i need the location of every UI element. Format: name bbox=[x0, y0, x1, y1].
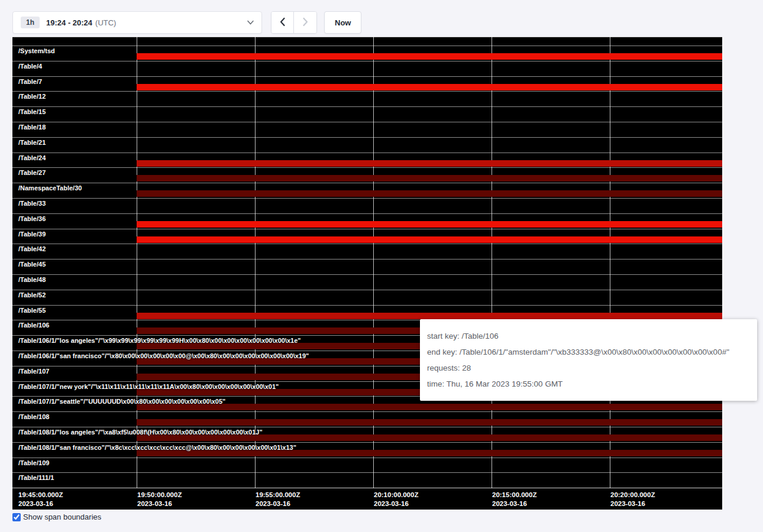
activity-band bbox=[137, 190, 722, 197]
activity-band bbox=[137, 419, 722, 426]
key-visualizer-page: 1h 19:24 - 20:24 (UTC) Now /S bbox=[0, 0, 763, 532]
span-key-label: /Table/15 bbox=[18, 108, 46, 115]
heatmap-row[interactable]: /Table/45 bbox=[12, 259, 722, 274]
toolbar: 1h 19:24 - 20:24 (UTC) Now bbox=[12, 11, 361, 34]
heatmap-row[interactable]: /Table/108/1/"san francisco"/"\x8c\xcc\x… bbox=[12, 442, 722, 458]
span-key-label: /NamespaceTable/30 bbox=[18, 184, 82, 192]
activity-band bbox=[137, 53, 722, 60]
heatmap-row[interactable]: /Table/7 bbox=[12, 76, 722, 92]
tick-date: 2023-03-16 bbox=[374, 499, 418, 508]
x-axis-tick: 19:45:00.000Z2023-03-16 bbox=[18, 491, 63, 508]
heatmap-row[interactable]: /Table/111/1 bbox=[12, 472, 722, 488]
chevron-down-icon bbox=[247, 20, 254, 25]
heatmap-row[interactable]: /System/tsd bbox=[12, 46, 722, 61]
activity-band bbox=[137, 221, 722, 228]
span-key-label: /Table/106/1/"los angeles"/"\x99\x99\x99… bbox=[18, 337, 301, 344]
tick-date: 2023-03-16 bbox=[610, 499, 655, 508]
span-key-label: /Table/52 bbox=[18, 291, 46, 299]
span-key-label: /Table/108 bbox=[18, 413, 49, 420]
tick-time: 20:20:00.000Z bbox=[610, 491, 655, 499]
heatmap-row[interactable]: /Table/18 bbox=[12, 122, 722, 137]
span-key-label: /Table/21 bbox=[18, 139, 46, 146]
span-key-label: /Table/108/1/"san francisco"/"\x8c\xcc\x… bbox=[18, 444, 296, 451]
span-key-label: /Table/45 bbox=[18, 261, 46, 268]
tooltip-end-key: end key: /Table/106/1/"amsterdam"/"\xb33… bbox=[427, 347, 750, 357]
span-key-label: /Table/7 bbox=[18, 78, 42, 85]
heatmap-row[interactable]: /Table/12 bbox=[12, 91, 722, 106]
heatmap-row[interactable]: /Table/108 bbox=[12, 411, 722, 427]
span-key-label: /Table/48 bbox=[18, 276, 46, 283]
heatmap-row[interactable]: /Table/24 bbox=[12, 153, 722, 168]
show-span-boundaries-control[interactable]: Show span boundaries bbox=[12, 512, 101, 521]
span-key-label: /Table/108/1/"los angeles"/"\xa8\xf5\u00… bbox=[18, 429, 263, 436]
heatmap-row[interactable]: /Table/21 bbox=[12, 137, 722, 153]
time-nav-group bbox=[271, 11, 317, 34]
heatmap-row[interactable]: /Table/33 bbox=[12, 198, 722, 213]
activity-band bbox=[137, 160, 722, 167]
show-span-boundaries-checkbox[interactable] bbox=[12, 513, 21, 521]
tooltip-time: time: Thu, 16 Mar 2023 19:55:00 GMT bbox=[427, 379, 750, 389]
span-key-label: /Table/27 bbox=[18, 169, 46, 176]
time-range-label: 19:24 - 20:24 bbox=[46, 18, 92, 27]
now-button[interactable]: Now bbox=[324, 11, 361, 34]
heatmap-row[interactable]: /Table/4 bbox=[12, 61, 722, 76]
duration-badge: 1h bbox=[21, 17, 40, 28]
next-time-button[interactable] bbox=[294, 12, 316, 33]
span-key-label: /Table/33 bbox=[18, 200, 46, 207]
heatmap-row[interactable]: /NamespaceTable/30 bbox=[12, 183, 722, 198]
span-key-label: /Table/39 bbox=[18, 231, 46, 238]
x-axis-tick: 20:10:00.000Z2023-03-16 bbox=[374, 491, 418, 508]
x-axis-tick: 20:15:00.000Z2023-03-16 bbox=[492, 491, 536, 508]
span-key-label: /Table/12 bbox=[18, 93, 46, 100]
span-key-label: /Table/107/1/"new york"/"\x11\x11\x11\x1… bbox=[18, 383, 279, 390]
tick-date: 2023-03-16 bbox=[492, 499, 536, 508]
heatmap-row[interactable]: /Table/55 bbox=[12, 305, 722, 320]
span-key-label: /Table/55 bbox=[18, 307, 46, 314]
activity-band bbox=[137, 175, 722, 181]
tick-time: 19:55:00.000Z bbox=[256, 491, 300, 499]
show-span-boundaries-label: Show span boundaries bbox=[23, 512, 101, 521]
span-key-label: /Table/24 bbox=[18, 154, 46, 161]
span-key-label: /Table/106 bbox=[18, 322, 49, 329]
heatmap-row[interactable]: /Table/52 bbox=[12, 290, 722, 305]
span-key-label: /Table/106/1/"san francisco"/"\x80\x00\x… bbox=[18, 352, 309, 359]
span-key-label: /Table/111/1 bbox=[18, 474, 54, 481]
tooltip-start-key: start key: /Table/106 bbox=[427, 331, 750, 341]
heatmap-row-spacer bbox=[12, 37, 722, 46]
chevron-right-icon bbox=[302, 17, 309, 28]
tick-date: 2023-03-16 bbox=[18, 499, 63, 508]
heatmap-row[interactable]: /Table/48 bbox=[12, 274, 722, 290]
tick-time: 19:50:00.000Z bbox=[137, 491, 182, 499]
span-key-label: /Table/107/1/"seattle"/"UUUUUUD\x00\x80\… bbox=[18, 398, 225, 405]
tick-time: 19:45:00.000Z bbox=[18, 491, 63, 499]
x-axis-tick: 19:50:00.000Z2023-03-16 bbox=[137, 491, 182, 508]
span-key-label: /Table/109 bbox=[18, 459, 49, 466]
heatmap-row[interactable]: /Table/42 bbox=[12, 244, 722, 259]
chevron-left-icon bbox=[279, 17, 286, 28]
timezone-label: (UTC) bbox=[95, 18, 116, 27]
heatmap-row[interactable]: /Table/108/1/"los angeles"/"\xa8\xf5\u00… bbox=[12, 427, 722, 442]
prev-time-button[interactable] bbox=[271, 12, 294, 33]
tooltip-requests: requests: 28 bbox=[427, 363, 750, 373]
span-key-label: /Table/18 bbox=[18, 124, 46, 131]
tick-date: 2023-03-16 bbox=[256, 499, 300, 508]
heatmap-row[interactable]: /Table/39 bbox=[12, 229, 722, 244]
span-key-label: /Table/107 bbox=[18, 368, 49, 375]
activity-band bbox=[137, 84, 722, 90]
span-key-label: /System/tsd bbox=[18, 47, 55, 54]
heatmap-row[interactable]: /Table/15 bbox=[12, 106, 722, 122]
time-range-selector[interactable]: 1h 19:24 - 20:24 (UTC) bbox=[12, 11, 262, 34]
span-key-label: /Table/42 bbox=[18, 245, 46, 252]
heatmap-row[interactable]: /Table/109 bbox=[12, 458, 722, 473]
heatmap-row[interactable]: /Table/27 bbox=[12, 167, 722, 183]
span-key-label: /Table/4 bbox=[18, 63, 42, 70]
heatmap-rows: /System/tsd/Table/4/Table/7/Table/12/Tab… bbox=[12, 37, 722, 488]
heatmap-row[interactable]: /Table/36 bbox=[12, 213, 722, 229]
tick-date: 2023-03-16 bbox=[137, 499, 182, 508]
x-axis: 19:45:00.000Z2023-03-1619:50:00.000Z2023… bbox=[12, 488, 722, 510]
activity-band bbox=[137, 236, 722, 243]
x-axis-tick: 20:20:00.000Z2023-03-16 bbox=[610, 491, 655, 508]
tick-time: 20:15:00.000Z bbox=[492, 491, 536, 499]
activity-band bbox=[137, 313, 722, 319]
heatmap-canvas[interactable]: /System/tsd/Table/4/Table/7/Table/12/Tab… bbox=[12, 37, 722, 510]
